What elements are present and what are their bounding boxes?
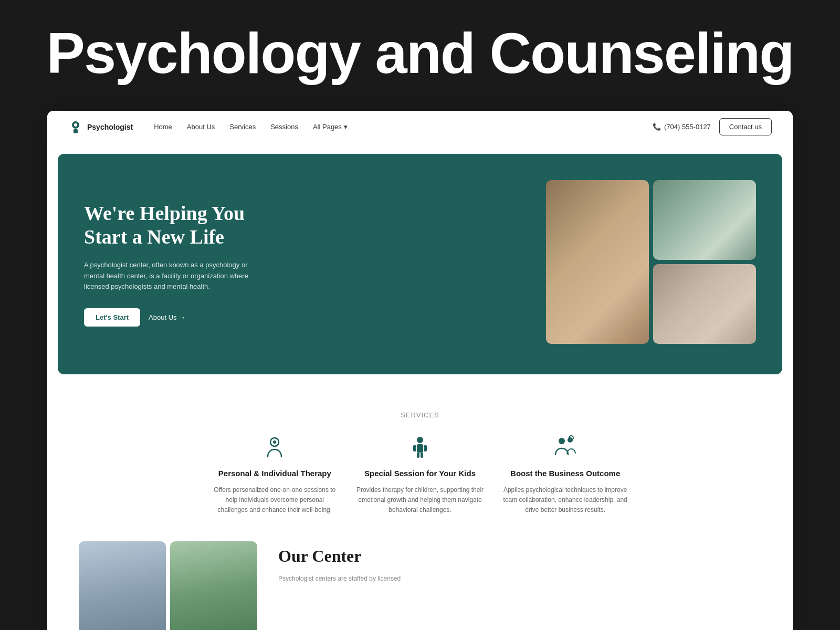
nav-link-sessions[interactable]: Sessions [270,123,298,131]
our-center-title: Our Center [278,547,761,566]
phone-icon: 📞 [653,123,661,131]
top-banner: Psychology and Counseling [0,0,840,111]
about-us-button[interactable]: About Us → [149,313,185,321]
bottom-image-plant [170,541,257,630]
service-desc-kids: Provides therapy for children, supportin… [355,485,485,516]
services-grid: Personal & Individual Therapy Offers per… [210,435,630,515]
therapy-icon [261,435,288,461]
service-desc-therapy: Offers personalized one-on-one sessions … [210,485,340,516]
business-icon [552,435,579,461]
svg-rect-1 [74,129,78,133]
kids-icon [407,435,433,461]
navbar: Psychologist Home About Us Services Sess… [47,111,793,143]
our-center-text: Our Center Psychologist centers are staf… [278,541,761,584]
hero-section: We're Helping You Start a New Life A psy… [58,154,782,374]
service-card-kids: Special Session for Your Kids Provides t… [355,435,485,515]
svg-point-5 [417,437,423,443]
hero-image-meeting [653,264,756,344]
bottom-image-person [79,541,166,630]
nav-link-services[interactable]: Services [229,123,256,131]
service-card-therapy: Personal & Individual Therapy Offers per… [210,435,340,515]
chevron-down-icon: ▾ [344,123,348,131]
service-title-kids: Special Session for Your Kids [355,468,485,479]
svg-rect-10 [421,453,423,458]
service-card-business: Boost the Business Outcome Applies psych… [500,435,630,515]
our-center-description: Psychologist centers are staffed by lice… [278,573,761,584]
logo-text: Psychologist [87,123,133,131]
service-desc-business: Applies psychological techniques to impr… [500,485,630,516]
hero-description: A psychologist center, often known as a … [84,260,262,292]
hero-buttons: Let's Start About Us → [84,308,525,327]
svg-rect-7 [413,445,416,452]
lets-start-button[interactable]: Let's Start [84,308,140,327]
services-section: Services Personal & Individual Therapy O… [47,385,793,536]
bottom-section: Our Center Psychologist centers are staf… [47,536,793,630]
contact-us-button[interactable]: Contact us [719,118,772,135]
nav-link-about[interactable]: About Us [187,123,215,131]
svg-rect-6 [417,444,423,453]
svg-point-11 [559,438,565,444]
bottom-images [79,541,257,630]
nav-link-home[interactable]: Home [154,123,172,131]
services-label: Services [79,411,761,419]
nav-right: 📞 (704) 555-0127 Contact us [653,118,772,135]
nav-links: Home About Us Services Sessions All Page… [154,123,653,131]
svg-point-4 [273,440,276,444]
hero-image-group-session [546,180,649,344]
service-title-therapy: Personal & Individual Therapy [210,468,340,479]
svg-rect-9 [417,453,419,458]
nav-phone: 📞 (704) 555-0127 [653,123,711,131]
service-title-business: Boost the Business Outcome [500,468,630,479]
hero-text: We're Helping You Start a New Life A psy… [84,202,525,327]
banner-title: Psychology and Counseling [32,21,808,85]
website-container: Psychologist Home About Us Services Sess… [47,111,793,630]
hero-heading: We're Helping You Start a New Life [84,202,525,249]
hero-image-hug [653,180,756,260]
hero-images [546,180,756,348]
logo-icon [68,120,83,134]
nav-logo[interactable]: Psychologist [68,120,133,134]
nav-link-all-pages[interactable]: All Pages ▾ [313,123,348,131]
svg-point-2 [74,123,77,127]
svg-rect-8 [424,445,427,452]
